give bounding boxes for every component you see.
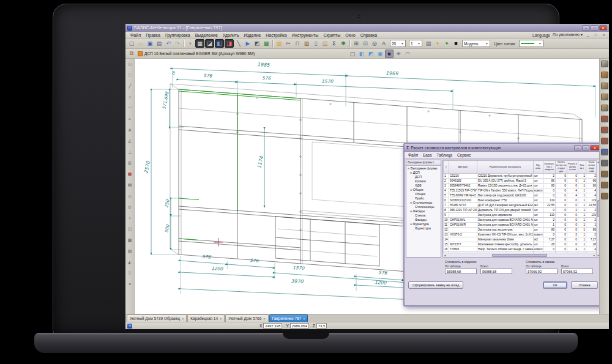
fill-icon[interactable]: ▩ <box>126 236 133 244</box>
order-by-table-field[interactable]: 57066,92 <box>526 269 558 274</box>
tree-root[interactable]: ⊟ Выходные формы <box>406 166 441 170</box>
dialog-minimize-button[interactable]: – <box>574 145 581 150</box>
wire-cube-icon[interactable]: ▢ <box>348 50 357 58</box>
save-icon[interactable]: ▣ <box>146 39 154 48</box>
table-row[interactable]: 9Заглушка для евровинташт119001119 <box>444 213 597 218</box>
layer-combo[interactable]: 1▼ <box>409 40 422 47</box>
tree-item-общая[interactable]: Общая <box>406 192 441 196</box>
panel-blue-icon[interactable]: ◧ <box>215 39 224 48</box>
tab-close-icon[interactable]: × <box>263 317 265 321</box>
lamp-yellow-icon[interactable]: ✦ <box>433 39 442 48</box>
render-mode-icon[interactable] <box>601 160 608 166</box>
rect-tool-icon[interactable]: □ <box>126 71 133 79</box>
angle-tool-icon[interactable]: ∠ <box>126 137 133 145</box>
dialog-menu-файл[interactable]: Файл <box>406 153 420 157</box>
dialog-menu-сервис[interactable]: Сервис <box>455 153 473 157</box>
shade-icon[interactable]: ▧ <box>126 247 133 255</box>
zoom-in-icon[interactable]: ◎ <box>370 39 379 48</box>
line-color-combo[interactable]: ▼ <box>519 40 543 47</box>
table-hscrollbar[interactable]: ◄► <box>443 253 596 257</box>
tree-item-столешницы[interactable]: Столешницы <box>406 205 441 209</box>
shelf-tool-icon-3[interactable] <box>601 105 608 111</box>
new-document-icon[interactable]: ▢ <box>127 39 136 48</box>
menu-изделие[interactable]: Изделие <box>242 33 264 37</box>
table-row[interactable]: 1CS210CS210 Держатель трубы регулируемый… <box>444 174 597 179</box>
menu-группировка[interactable]: Группировка <box>163 33 193 37</box>
column-header[interactable]: Ед. изм. <box>534 161 543 174</box>
remove-panel-icon-3[interactable] <box>601 138 608 144</box>
table-row[interactable]: 7H1180 ST37ДСП 16 Дуб Галифакс натуральн… <box>444 203 597 208</box>
column-header[interactable]: # <box>444 161 449 174</box>
tab-уютный-дом-5739-образец[interactable]: Уютный Дом 5739 Образец× <box>127 314 187 322</box>
tree-header[interactable]: Выходные формы / <box>406 160 441 166</box>
text-tool-icon[interactable]: A <box>126 126 133 134</box>
clamp-icon[interactable]: ⊓ <box>293 39 302 48</box>
cabinet-icon[interactable]: ▥ <box>302 39 311 48</box>
mdi-close-button[interactable]: × <box>601 33 606 37</box>
half-cube-icon[interactable]: ◩ <box>367 50 375 58</box>
table-row[interactable]: 29046182DU 325 A (DU 277) дюбель, Rapid … <box>444 179 597 184</box>
edit-cabinet-icon-1[interactable] <box>601 171 608 177</box>
tree-item-фасады[interactable]: Фасады <box>406 218 441 221</box>
printer-icon[interactable]: ▤ <box>424 39 433 48</box>
shaded-cube-icon[interactable]: ◧ <box>357 50 366 58</box>
tab-карабецкая-14[interactable]: Карабецкая 14× <box>187 314 225 322</box>
minimize-button[interactable]: – <box>582 25 590 31</box>
table-row[interactable]: 159071577Монтажная планка крестообр. д/п… <box>444 242 597 247</box>
tree-item-кромка[interactable]: Кромка <box>406 179 441 183</box>
open-folder-icon[interactable]: ▱ <box>136 39 145 48</box>
column-header[interactable]: Количес тво с модели <box>543 161 556 174</box>
select-arrow-icon[interactable]: ▶ <box>244 39 252 48</box>
dialog-menu-таблица[interactable]: Таблица <box>434 153 455 157</box>
materials-folder-icon[interactable]: ▧ <box>275 39 283 48</box>
fit-window-icon[interactable]: ⊞ <box>352 39 360 48</box>
hatch-icon[interactable]: ▦ <box>126 170 133 178</box>
column-header[interactable]: Артикул <box>449 161 477 174</box>
column-header[interactable]: Коли чство изде лий <box>586 161 597 174</box>
tree-group-фурнитура[interactable]: ⊟ Фурнитура <box>406 222 441 226</box>
layers-icon[interactable]: ▤ <box>126 181 133 189</box>
menu-справка[interactable]: Справка <box>358 33 379 37</box>
arc-icon[interactable]: ◠ <box>403 50 412 58</box>
tab-гавриленко-787[interactable]: Гавриленко 787× <box>269 314 308 322</box>
remove-panel-icon-1[interactable] <box>601 116 608 122</box>
table-row[interactable]: 4T55.1150S TIP-O*M*VSRTIP-ON к Tandem 55… <box>444 188 597 193</box>
annotate-icon[interactable]: A <box>379 39 388 48</box>
model-combo[interactable]: Модель▼ <box>462 40 490 47</box>
text-size-combo[interactable]: 20▼ <box>390 40 406 47</box>
table-row[interactable]: 16TNH45Напр .Tandem 450мм част.выдв. с з… <box>444 247 597 252</box>
menu-инструменты[interactable]: Инструменты <box>289 33 321 37</box>
center-point-icon[interactable]: ⊙ <box>126 203 133 211</box>
table-row[interactable]: 12Заглушка под эксцентрикшт8600186 <box>444 228 597 232</box>
diamond-node-icon[interactable]: ◇ <box>126 192 133 200</box>
maximize-button[interactable]: □ <box>591 25 599 31</box>
table-row[interactable]: 11CHP01/W/RЗаглушка для подвеса BOYARD C… <box>444 223 597 228</box>
dialog-close-button[interactable]: ✕ <box>590 145 599 150</box>
tree-group-дсп[interactable]: ⊟ ДСП <box>406 171 441 174</box>
fragment-grid-icon[interactable]: ▦ <box>195 39 204 48</box>
mdi-restore-button[interactable]: □ <box>593 33 599 37</box>
table-row[interactable]: 13HXST6-2Комплект HK-XS TIP-ON сил. мех.… <box>444 232 597 237</box>
undo-icon[interactable]: ↶ <box>164 39 173 48</box>
edit-cabinet-icon-3[interactable] <box>601 193 608 199</box>
arc-tool-icon[interactable]: ◠ <box>126 104 133 112</box>
triangle-icon[interactable]: ◭ <box>126 258 133 266</box>
paint-icon[interactable]: ✱ <box>339 39 348 48</box>
tree-group-фасады[interactable]: ⊟ Фасады <box>406 209 441 213</box>
blue-cabinet-icon[interactable] <box>601 149 608 155</box>
zoom-window-icon[interactable]: ⊡ <box>361 39 370 48</box>
language-link[interactable]: Language <box>532 33 550 37</box>
panel-tool-icon[interactable]: ◪ <box>205 39 214 48</box>
column-icon[interactable]: ▯ <box>312 39 320 48</box>
tree-item-хдф[interactable]: ХДФ <box>406 184 441 187</box>
tab-close-icon[interactable]: × <box>182 317 184 321</box>
column-header[interactable]: Наименование материала <box>477 161 534 174</box>
material-swatch[interactable] <box>138 51 143 56</box>
tree-item-фурнитура[interactable]: Фурнитура <box>406 226 441 230</box>
menu-правка[interactable]: Правка <box>143 33 163 37</box>
tab-уютный-дом-5766[interactable]: Уютный Дом 5766× <box>225 314 268 322</box>
tree-group-столешницы[interactable]: ⊟ Столешницы <box>406 201 441 204</box>
box-icon[interactable]: ◫ <box>321 39 329 48</box>
list-icon[interactable]: ≡ <box>126 280 133 288</box>
transform-icon[interactable]: ⧉ <box>127 50 136 58</box>
